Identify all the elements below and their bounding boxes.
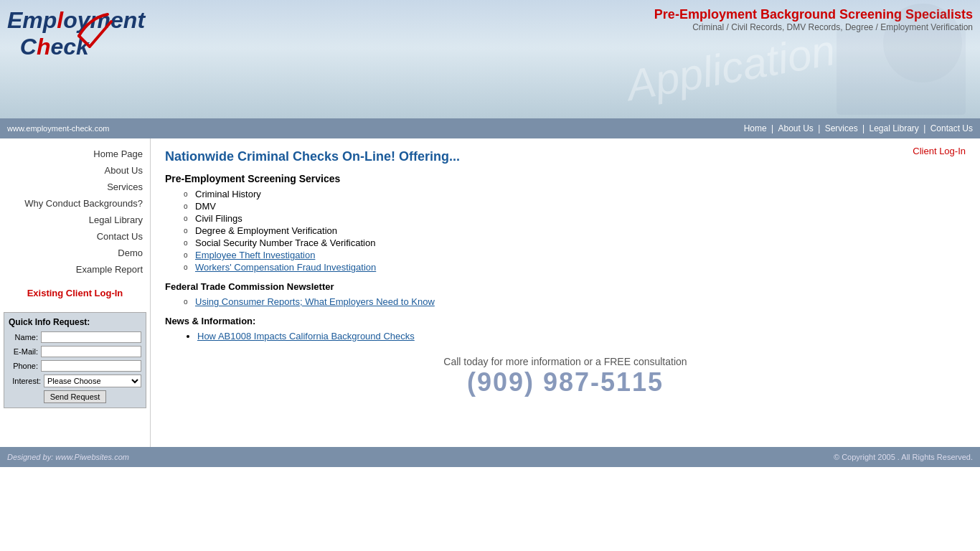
nav-links: Home | About Us | Services | Legal Libra… (744, 123, 973, 133)
tagline-subtitle: Criminal / Civil Records, DMV Records, D… (654, 22, 973, 32)
sidebar-services[interactable]: Services (0, 179, 150, 195)
tagline-title: Pre-Employment Background Screening Spec… (654, 7, 973, 22)
phone-row: Phone: (9, 360, 141, 372)
workers-comp-link[interactable]: Workers' Compensation Fraud Investigatio… (195, 262, 376, 273)
nav-about[interactable]: About Us (778, 123, 814, 133)
sidebar-existing-client[interactable]: Existing Client Log-In (0, 285, 150, 301)
nav-bar: www.employment-check.com Home | About Us… (0, 118, 980, 138)
interest-row: Interest: Please Choose (9, 375, 141, 387)
page-footer: Designed by: www.Piwebsites.com © Copyri… (0, 447, 980, 467)
news-list: How AB1008 Impacts California Background… (197, 331, 966, 342)
client-login-link[interactable]: Client Log-In (913, 146, 966, 156)
nav-home[interactable]: Home (744, 123, 767, 133)
footer-copyright: © Copyright 2005 . All Rights Reserved. (834, 453, 973, 461)
list-item: How AB1008 Impacts California Background… (197, 331, 966, 342)
employee-theft-link[interactable]: Employee Theft Investigation (195, 250, 315, 260)
email-row: E-Mail: (9, 346, 141, 357)
logo-area: Employment Check (7, 7, 145, 60)
email-input[interactable] (41, 346, 141, 357)
sidebar-contact[interactable]: Contact Us (0, 228, 150, 245)
nav-services[interactable]: Services (825, 123, 858, 133)
main-layout: Home Page About Us Services Why Conduct … (0, 138, 980, 447)
nav-contact[interactable]: Contact Us (930, 123, 973, 133)
list-item: Using Consumer Reports; What Employers N… (187, 296, 966, 307)
name-input[interactable] (41, 331, 141, 343)
phone-label: Phone: (9, 362, 38, 370)
call-section: Call today for more information or a FRE… (165, 356, 966, 397)
sidebar-about[interactable]: About Us (0, 162, 150, 179)
ab1008-link[interactable]: How AB1008 Impacts California Background… (197, 331, 415, 342)
sidebar-example-report[interactable]: Example Report (0, 261, 150, 278)
footer-designed-by: Designed by: www.Piwebsites.com (7, 453, 129, 461)
list-item: Employee Theft Investigation (187, 250, 966, 260)
checkmark-icon (72, 11, 115, 54)
name-label: Name: (9, 333, 38, 342)
sidebar-demo[interactable]: Demo (0, 245, 150, 261)
sidebar: Home Page About Us Services Why Conduct … (0, 138, 151, 447)
sidebar-legal[interactable]: Legal Library (0, 212, 150, 228)
email-label: E-Mail: (9, 347, 38, 356)
main-headline: Nationwide Criminal Checks On-Line! Offe… (165, 149, 966, 164)
quick-info-box: Quick Info Request: Name: E-Mail: Phone:… (4, 312, 146, 408)
screening-list: Criminal History DMV Civil Filings Degre… (187, 189, 966, 273)
screening-title: Pre-Employment Screening Services (165, 173, 966, 184)
list-item: Civil Filings (187, 213, 966, 224)
sidebar-home[interactable]: Home Page (0, 146, 150, 162)
content-area: Client Log-In Nationwide Criminal Checks… (151, 138, 980, 447)
ftc-link[interactable]: Using Consumer Reports; What Employers N… (195, 296, 435, 307)
list-item: Social Security Number Trace & Verificat… (187, 237, 966, 248)
name-row: Name: (9, 331, 141, 343)
send-request-button[interactable]: Send Request (44, 390, 107, 403)
list-item: Criminal History (187, 189, 966, 199)
svg-rect-1 (837, 29, 966, 115)
sidebar-why-conduct[interactable]: Why Conduct Backgrounds? (0, 195, 150, 212)
quick-info-title: Quick Info Request: (9, 317, 141, 327)
header-tagline: Pre-Employment Background Screening Spec… (654, 7, 973, 32)
ftc-list: Using Consumer Reports; What Employers N… (187, 296, 966, 307)
list-item: DMV (187, 201, 966, 212)
news-title: News & Information: (165, 316, 966, 326)
ftc-title: Federal Trade Commission Newsletter (165, 281, 966, 292)
page-header: Pre-Employment Background Screening Spec… (0, 0, 980, 118)
phone-input[interactable] (41, 360, 141, 372)
nav-url: www.employment-check.com (7, 124, 109, 133)
phone-number: (909) 987-5115 (165, 367, 966, 397)
call-text: Call today for more information or a FRE… (165, 356, 966, 367)
nav-legal[interactable]: Legal Library (869, 123, 918, 133)
interest-select[interactable]: Please Choose (44, 375, 141, 387)
interest-label: Interest: (9, 377, 41, 385)
list-item: Workers' Compensation Fraud Investigatio… (187, 262, 966, 273)
list-item: Degree & Employment Verification (187, 225, 966, 236)
bg-decoration: Application (623, 25, 839, 110)
